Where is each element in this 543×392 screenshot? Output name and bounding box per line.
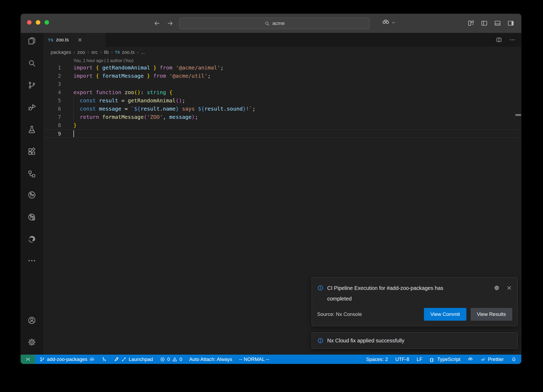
breadcrumb-separator: › [99, 50, 103, 55]
status-item-launchpad[interactable]: Launchpad [114, 356, 153, 362]
line-number: 8 [43, 121, 61, 129]
line-number: 4 [43, 88, 61, 97]
toggle-secondary-sidebar-icon[interactable] [507, 20, 514, 27]
notification-toast-nx-cloud: Nx Cloud fix applied successfully [312, 332, 518, 349]
view-commit-button[interactable]: View Commit [424, 308, 466, 321]
activity-bar-item-extensions[interactable] [27, 147, 36, 156]
status-item-label: LF [417, 356, 422, 362]
code-line-4[interactable]: 4export function zoo(): string { [43, 88, 521, 97]
status-item-label: TypeScript [437, 356, 460, 362]
status-item-label: Spaces: 2 [366, 356, 388, 362]
layout-controls [467, 20, 514, 27]
code-line-7[interactable]: 7 return formatMessage('ZOO', message); [43, 113, 521, 121]
line-number: 1 [43, 64, 61, 72]
split-editor-icon[interactable] [496, 37, 502, 43]
breadcrumb-item-zoo[interactable]: zoo [77, 50, 85, 55]
view-results-button[interactable]: View Results [471, 308, 512, 321]
code-text: return formatMessage('ZOO', message); [61, 113, 198, 121]
activity-bar-item-testing[interactable] [27, 125, 36, 134]
status-item-eol[interactable]: LF [417, 356, 422, 362]
status-item-indentation[interactable]: Spaces: 2 [366, 356, 388, 362]
notification-source: Source: Nx Console [317, 311, 362, 317]
line-number: 6 [43, 105, 61, 113]
status-item-label: -- NORMAL -- [239, 356, 269, 362]
activity-bar-item-run-debug[interactable] [27, 103, 36, 112]
notification-close-icon[interactable] [506, 285, 512, 291]
toggle-primary-sidebar-icon[interactable] [481, 20, 488, 27]
remote-indicator[interactable] [21, 355, 35, 364]
status-item-problems[interactable]: 00 [160, 356, 182, 362]
typescript-file-icon: TS [115, 50, 120, 54]
notification-settings-gear-icon[interactable] [494, 285, 500, 291]
line-number: 9 [43, 130, 61, 138]
status-item-notifications-bell[interactable] [511, 357, 516, 362]
line-number: 5 [43, 97, 61, 105]
status-item-formatter[interactable]: Prettier [480, 356, 504, 362]
status-item-label: Auto Attach: Always [189, 356, 232, 362]
status-item-vim-mode[interactable]: -- NORMAL -- [239, 356, 269, 362]
close-window-button[interactable] [27, 20, 32, 25]
activity-bar-item-search[interactable] [27, 59, 36, 68]
desktop: acme TS zoo.ts [0, 0, 543, 392]
breadcrumb-item-[interactable]: ... [141, 50, 145, 55]
breadcrumb-item-packages[interactable]: packages [51, 50, 71, 55]
breadcrumb-item-lib[interactable]: lib [104, 50, 109, 55]
code-line-2[interactable]: 2import { formatMessage } from '@acme/ut… [43, 72, 521, 80]
chevron-down-icon [391, 20, 396, 25]
code-line-1[interactable]: 1import { getRandomAnimal } from '@acme/… [43, 64, 521, 72]
status-item-auto-attach[interactable]: Auto Attach: Always [189, 356, 232, 362]
status-item-copilot-status[interactable] [468, 357, 473, 362]
copilot-menu-button[interactable] [382, 19, 396, 27]
pipeline-icon [102, 357, 107, 362]
rocket-icon [114, 357, 119, 362]
command-center-search[interactable]: acme [179, 18, 370, 29]
activity-bar-item-settings[interactable] [27, 338, 36, 347]
more-actions-icon[interactable] [509, 37, 515, 43]
breadcrumb-separator: › [110, 50, 114, 55]
status-item-pipeline-status[interactable] [102, 357, 107, 362]
git-blame-codelens[interactable]: You, 1 hour ago | 1 author (You) [43, 58, 521, 64]
breadcrumb-item-zoots[interactable]: TSzoo.ts [115, 50, 135, 55]
activity-bar-item-more-views[interactable] [27, 256, 36, 265]
code-line-9[interactable]: 9 [43, 129, 521, 138]
search-icon [264, 21, 270, 26]
git-branch-icon [40, 357, 45, 362]
title-bar: acme [21, 14, 521, 33]
typescript-file-icon: TS [48, 38, 53, 42]
status-item-language-mode[interactable]: {}TypeScript [430, 356, 460, 362]
activity-bar-item-explorer[interactable] [27, 36, 36, 45]
forward-arrow-icon[interactable] [167, 20, 174, 27]
back-arrow-icon[interactable] [153, 20, 161, 27]
text-cursor [73, 130, 74, 137]
code-line-6[interactable]: 6 const message = `${result.name} says $… [43, 105, 521, 113]
breadcrumb-item-src[interactable]: src [91, 50, 98, 55]
close-tab-icon[interactable] [77, 37, 83, 43]
code-text: } [61, 121, 77, 129]
double-check-icon [480, 357, 486, 362]
toggle-panel-icon[interactable] [494, 20, 501, 27]
status-item-encoding[interactable]: UTF-8 [395, 356, 409, 362]
status-item-git-branch-status[interactable]: add-zoo-packages [40, 356, 95, 362]
code-line-3[interactable]: 3 [43, 80, 521, 88]
notification-message: Nx Cloud fix applied successfully [327, 338, 404, 344]
activity-bar-item-project-graph[interactable] [27, 169, 36, 178]
tab-zoo-ts[interactable]: TS zoo.ts [43, 33, 106, 47]
history-nav [153, 20, 174, 27]
error-icon [160, 357, 165, 362]
activity-bar-item-accounts[interactable] [27, 316, 36, 325]
info-icon [317, 337, 324, 344]
code-line-5[interactable]: 5 const result = getRandomAnimal(); [43, 97, 521, 105]
editor-actions [496, 33, 515, 47]
zoom-window-button[interactable] [45, 20, 49, 25]
breadcrumb: packages›zoo›src›lib›TSzoo.ts›... [43, 47, 521, 58]
branch-small-icon [121, 357, 126, 362]
breadcrumb-separator: › [86, 50, 90, 55]
code-line-8[interactable]: 8} [43, 121, 521, 129]
activity-bar-item-nx-console[interactable] [27, 190, 36, 199]
activity-bar-item-edge-tools[interactable] [27, 235, 36, 244]
minimize-window-button[interactable] [36, 20, 40, 25]
line-number: 3 [43, 80, 61, 88]
activity-bar-item-gitlens[interactable] [27, 213, 36, 222]
activity-bar-item-source-control[interactable] [27, 81, 36, 90]
customize-layout-icon[interactable] [467, 20, 475, 27]
